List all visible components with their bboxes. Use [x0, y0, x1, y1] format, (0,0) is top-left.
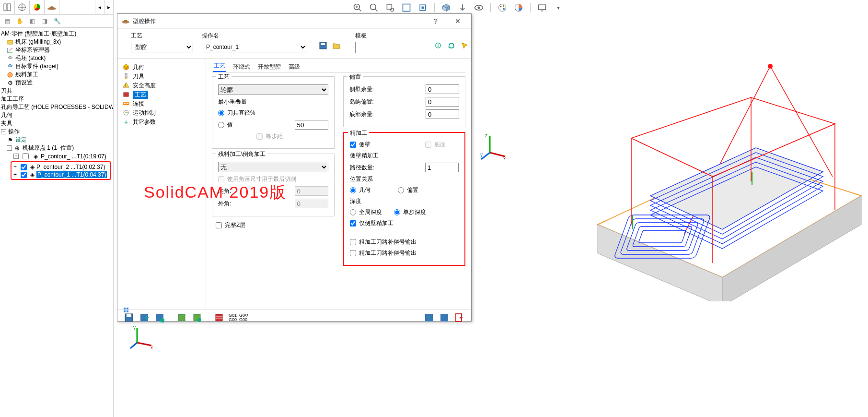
comp-fin-checkbox[interactable] — [350, 250, 356, 256]
tree-op-row[interactable]: +◈P_contour_ ...T1(0:19:07) — [0, 152, 113, 160]
wall-offset-input[interactable] — [426, 84, 459, 94]
gcode2-icon[interactable] — [191, 312, 203, 323]
side-item-safe[interactable]: !安全高度 — [122, 81, 204, 90]
zoom-out-icon[interactable] — [369, 3, 379, 12]
wrench-icon[interactable]: 🔧 — [52, 16, 62, 26]
chamfer-group: 残料加工\倒角加工 无 使用角落尺寸用于最后切削 内角: 外角: — [212, 154, 335, 216]
save-run-icon[interactable] — [139, 312, 150, 323]
side-item-other[interactable]: ＋其它参数 — [122, 118, 204, 126]
side-item-link[interactable]: 连接 — [122, 99, 204, 108]
feature-tree[interactable]: AM-零件 (型腔加工-底壁加工) 机床 (gMilling_3x) 坐标系管理… — [0, 28, 113, 180]
panel1-icon[interactable] — [0, 0, 15, 14]
help-button[interactable]: ? — [426, 14, 445, 28]
tree-item[interactable]: ⚙预设置 — [0, 79, 113, 87]
save-icon[interactable] — [318, 40, 328, 51]
book-icon[interactable] — [213, 312, 225, 323]
value-radio[interactable] — [218, 122, 224, 128]
tab-adv[interactable]: 高级 — [288, 62, 301, 72]
side-item-tech[interactable]: 工艺 — [122, 90, 204, 99]
zoom-area-icon[interactable] — [385, 3, 395, 12]
save-sim-icon[interactable] — [154, 312, 165, 323]
tree-item[interactable]: 孔向导工艺 (HOLE PROCESSES - SOLIDWORKS — [0, 103, 113, 111]
eye-icon[interactable] — [474, 3, 484, 12]
screen-icon[interactable] — [537, 3, 547, 12]
tree-item[interactable]: 加工工序 — [0, 95, 113, 103]
tree-item[interactable]: 机床 (gMilling_3x) — [0, 38, 113, 46]
tree-item[interactable]: 目标零件 (target) — [0, 62, 113, 71]
tool-dia-radio[interactable] — [218, 110, 224, 116]
palette2-icon[interactable] — [514, 3, 523, 12]
nav-prev-icon[interactable]: ◂ — [95, 0, 104, 14]
expand-icon[interactable]: + — [13, 171, 17, 178]
grid-dots-icon[interactable] — [123, 307, 132, 317]
layers3-icon[interactable]: ◨ — [39, 16, 50, 26]
tab-contour[interactable]: 环绕式 — [232, 62, 251, 72]
tree-settings[interactable]: ⚑设定 — [0, 136, 113, 144]
hand-icon[interactable]: ✋ — [14, 16, 25, 26]
tree-item[interactable]: 刀具 — [0, 87, 113, 95]
close-button[interactable]: ✕ — [448, 14, 467, 28]
box-fit-icon[interactable] — [418, 3, 428, 12]
chamfer-select[interactable]: 无 — [218, 162, 328, 172]
apply-icon[interactable] — [439, 312, 450, 323]
tab-open[interactable]: 开放型腔 — [257, 62, 282, 72]
target-icon[interactable] — [15, 0, 30, 14]
refresh-icon[interactable] — [446, 40, 457, 51]
op-visible-checkbox[interactable] — [21, 172, 27, 178]
island-offset-input[interactable] — [426, 97, 459, 107]
collapse-icon[interactable]: − — [7, 145, 12, 151]
exit-icon[interactable] — [454, 312, 465, 323]
open-icon[interactable] — [331, 40, 342, 51]
tree-ops[interactable]: −操作 — [0, 128, 113, 136]
gcode1-icon[interactable] — [176, 312, 187, 323]
only-wall-checkbox[interactable] — [350, 220, 356, 226]
fit-icon[interactable] — [402, 3, 411, 12]
floor-offset-input[interactable] — [426, 109, 459, 119]
finish-wall-checkbox[interactable] — [350, 142, 356, 148]
paths-input[interactable] — [425, 163, 459, 172]
tree-op-row[interactable]: +◈P_contour_1 ...T1(0:04:37) — [12, 171, 110, 179]
technology-select[interactable]: 型腔 — [131, 42, 193, 52]
arrow-down-icon[interactable] — [458, 3, 467, 12]
comp-rough-checkbox[interactable] — [350, 239, 356, 245]
contour-select[interactable]: 轮廓 — [218, 84, 328, 95]
layers-icon[interactable]: ▤ — [2, 16, 12, 26]
side-item-geom[interactable]: 几何 — [122, 63, 204, 71]
depth-all-radio[interactable] — [350, 209, 356, 215]
tree-op-row[interactable]: +◈P_contour_2 ...T1(0:02:37) — [12, 163, 110, 171]
dialog-titlebar[interactable]: 型腔操作 ? ✕ — [117, 14, 471, 29]
tree-root[interactable]: AM-零件 (型腔加工-底壁加工) — [0, 30, 113, 38]
tree-item[interactable]: 坐标系管理器 — [0, 46, 113, 54]
pie-icon[interactable] — [30, 0, 45, 14]
pos-geom-radio[interactable] — [350, 187, 356, 193]
cursor-icon[interactable] — [460, 40, 470, 51]
tree-origin[interactable]: −⊕机械原点 1 (1- 位置) — [0, 144, 113, 152]
tree-item[interactable]: 毛坯 (stock) — [0, 54, 113, 62]
side-item-motion[interactable]: 运动控制 — [122, 108, 204, 117]
depth-step-radio[interactable] — [394, 209, 400, 215]
side-item-tool[interactable]: 刀具 — [122, 72, 204, 81]
hat-icon[interactable] — [45, 0, 59, 14]
apply-save-icon[interactable]: + — [423, 312, 435, 323]
op-visible-checkbox[interactable] — [23, 153, 29, 159]
op-visible-checkbox[interactable] — [21, 164, 27, 170]
opname-select[interactable]: P_contour_1 — [202, 42, 307, 52]
pos-off-radio[interactable] — [398, 187, 404, 193]
expand-icon[interactable]: + — [13, 154, 19, 159]
tree-item[interactable]: 残料加工 — [0, 71, 113, 79]
tab-tech[interactable]: 工艺 — [213, 61, 226, 72]
layers2-icon[interactable]: ◧ — [27, 16, 37, 26]
info-icon[interactable]: ⓘ — [433, 40, 443, 51]
nav-next-icon[interactable]: ▸ — [104, 0, 113, 14]
tree-item[interactable]: 几何 — [0, 111, 113, 119]
collapse-icon[interactable]: − — [1, 129, 6, 134]
dropdown-icon[interactable]: ▾ — [554, 3, 563, 12]
palette1-icon[interactable] — [498, 3, 507, 12]
zoom-in-icon[interactable] — [353, 3, 362, 12]
expand-icon[interactable]: + — [13, 164, 17, 170]
overlap-value-input[interactable] — [295, 120, 328, 130]
template-input[interactable] — [355, 42, 422, 53]
iso-view-icon[interactable] — [441, 3, 451, 12]
full-z-checkbox[interactable] — [216, 222, 222, 228]
tree-item[interactable]: 夹具 — [0, 119, 113, 128]
